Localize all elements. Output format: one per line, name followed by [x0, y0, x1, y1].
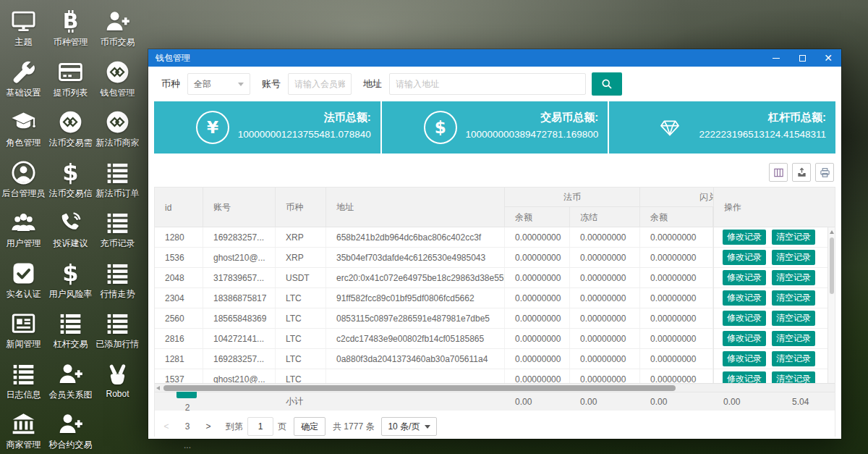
desktop-icon[interactable]: 充币记录 — [95, 210, 141, 261]
desktop-icon-label: 商家管理 — [7, 439, 41, 451]
desktop-icon[interactable]: B币种管理 — [48, 9, 94, 59]
list-icon — [11, 361, 36, 387]
desktop-icon[interactable]: 钱包管理 — [95, 59, 141, 110]
modify-record-button[interactable]: 修改记录 — [723, 351, 766, 366]
address-filter-label: 地址 — [363, 77, 382, 91]
goto-page-input[interactable] — [247, 417, 273, 436]
desktop-icon[interactable]: 角色管理 — [1, 109, 47, 160]
wrench-icon — [11, 59, 36, 85]
desktop-icon[interactable]: 日志信息 — [1, 361, 47, 412]
prev-page-button[interactable]: < — [158, 417, 175, 436]
goto-page-label: 到第 — [226, 421, 243, 433]
desktop-icon[interactable]: 用户管理 — [1, 210, 47, 261]
desktop-icon-label: 钱包管理 — [101, 87, 135, 99]
address-input[interactable] — [389, 73, 586, 95]
desktop-icon[interactable]: 新闻管理 — [1, 311, 47, 361]
scroll-up-arrow-icon[interactable] — [830, 230, 834, 234]
vertical-scrollbar-thumb[interactable] — [830, 237, 834, 294]
close-button[interactable]: ✕ — [815, 49, 841, 67]
horizontal-scrollbar-thumb[interactable] — [163, 385, 676, 391]
cell-frozen: 0.00000000 — [570, 248, 640, 267]
clear-record-button[interactable]: 清空记录 — [772, 351, 815, 366]
page-button-3[interactable]: 3 — [176, 417, 198, 436]
desktop-icon[interactable]: $用户风险率 — [48, 261, 94, 311]
clear-record-button[interactable]: 清空记录 — [772, 311, 815, 326]
page-suffix-label: 页 — [278, 421, 286, 433]
modify-record-button[interactable]: 修改记录 — [723, 331, 766, 346]
desktop-icon-label: 法币交易信 — [49, 188, 93, 200]
cell-coin: LTC — [276, 349, 326, 369]
desktop-icon[interactable]: 杠杆交易 — [48, 311, 94, 361]
desktop-icon-label: 已添加行情 — [96, 338, 140, 350]
coin-select[interactable]: 全部 — [187, 73, 250, 95]
col-header-ops: 操作 — [714, 188, 829, 227]
desktop-icon[interactable]: $法币交易信 — [48, 160, 94, 211]
dollar-icon: $ — [58, 160, 83, 185]
modify-record-button[interactable]: 修改记录 — [723, 311, 766, 326]
clear-record-button[interactable]: 清空记录 — [772, 270, 815, 285]
account-input[interactable] — [288, 73, 352, 95]
print-button[interactable] — [815, 163, 834, 182]
desktop-icon[interactable]: 会员关系图 — [48, 361, 94, 412]
per-page-select[interactable]: 10 条/页 — [381, 417, 437, 436]
search-button[interactable] — [592, 72, 622, 96]
clear-record-button[interactable]: 清空记录 — [772, 230, 815, 245]
col-header-flash-balance: 余额 — [640, 207, 713, 227]
clear-record-button[interactable]: 清空记录 — [772, 290, 815, 306]
modify-record-button[interactable]: 修改记录 — [723, 230, 766, 245]
clear-record-button[interactable]: 清空记录 — [772, 331, 815, 346]
desktop-icon-label: 后台管理员 — [2, 188, 46, 200]
desktop-icon[interactable]: 新法币商家 — [95, 109, 141, 160]
desktop-icon[interactable]: 商家管理 — [1, 411, 47, 454]
desktop-icon[interactable]: 后台管理员 — [1, 160, 47, 211]
vertical-scrollbar[interactable] — [827, 227, 835, 383]
desktop-icon[interactable]: 法币交易需 — [48, 109, 94, 160]
scroll-left-arrow-icon[interactable] — [156, 386, 160, 390]
minimize-button[interactable] — [763, 49, 789, 67]
total-count-label: 共 1777 条 — [333, 421, 374, 433]
filter-columns-button[interactable] — [769, 163, 788, 182]
desktop-icon[interactable]: 新法币订单 — [95, 160, 141, 211]
maximize-button[interactable] — [789, 49, 815, 67]
newspaper-icon — [11, 311, 36, 336]
cell-coin: LTC — [276, 308, 326, 328]
desktop-icon[interactable]: 秒合约交易 — [48, 411, 94, 454]
list-icon — [105, 311, 130, 336]
confirm-button[interactable]: 确定 — [294, 417, 326, 436]
export-button[interactable] — [792, 163, 811, 182]
svg-text:$: $ — [62, 261, 78, 286]
wallet-management-window: 钱包管理 ✕ 币种 全部 账号 地址 ¥ 法币总额: — [148, 49, 841, 439]
print-icon — [820, 167, 830, 178]
desktop-icon[interactable]: 币币交易 — [95, 9, 141, 59]
ops-row: 修改记录清空记录 — [714, 248, 829, 268]
desktop-icon[interactable]: Robot — [95, 361, 141, 412]
next-page-button[interactable]: > — [200, 417, 217, 436]
desktop-icon[interactable]: 实名认证 — [1, 261, 47, 311]
subtotal-row: 小计0.000.000.000.005.04 — [155, 392, 835, 411]
list-icon — [58, 311, 83, 336]
desktop-icon[interactable]: 已添加行情 — [95, 311, 141, 361]
dollar-circle-icon: $ — [424, 111, 457, 144]
modify-record-button[interactable]: 修改记录 — [723, 270, 766, 285]
card-icon — [58, 59, 83, 85]
cell-address — [326, 369, 505, 383]
cell-flash_balance: 0.00000000 — [640, 308, 713, 328]
leverage-total-card: 杠杆币总额: 222223196513124.41548311 — [609, 101, 835, 154]
modify-record-button[interactable]: 修改记录 — [723, 371, 766, 383]
desktop-icon-label: 币种管理 — [54, 36, 88, 49]
user-plus-icon — [58, 361, 83, 387]
desktop-icon[interactable]: 提币列表 — [48, 59, 94, 110]
desktop-icon[interactable]: 投诉建议 — [48, 210, 94, 261]
cell-flash_balance: 0.00000000 — [640, 227, 713, 247]
subtotal-value: 5.04 — [782, 392, 836, 411]
horizontal-scrollbar[interactable] — [155, 383, 835, 392]
desktop-icon[interactable]: 行情走势 — [95, 261, 141, 311]
clear-record-button[interactable]: 清空记录 — [772, 250, 815, 265]
modify-record-button[interactable]: 修改记录 — [723, 290, 766, 306]
page-button-2[interactable]: 2 — [176, 398, 198, 417]
clear-record-button[interactable]: 清空记录 — [772, 371, 815, 383]
desktop-icon[interactable]: 主题 — [1, 9, 47, 59]
modify-record-button[interactable]: 修改记录 — [723, 250, 766, 265]
desktop-icon-label: 实名认证 — [7, 288, 41, 300]
desktop-icon[interactable]: 基础设置 — [1, 59, 47, 110]
